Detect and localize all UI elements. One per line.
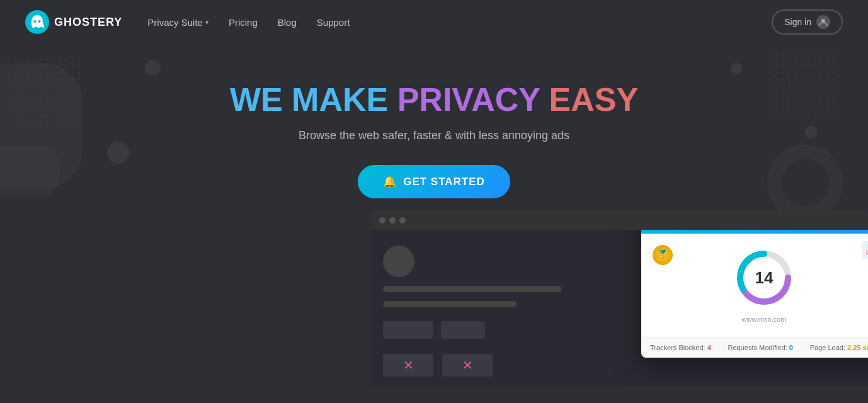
nav-support[interactable]: Support <box>317 17 350 28</box>
chart-icon: 📈 <box>862 241 868 259</box>
logo-text: GHOSTERY <box>54 16 122 29</box>
chevron-down-icon: ▾ <box>205 19 208 26</box>
deco-circle-2 <box>107 142 129 164</box>
popup-url: www.msn.com <box>654 315 868 323</box>
sign-in-button[interactable]: Sign in <box>772 9 843 35</box>
title-easy: EASY <box>549 81 638 118</box>
svg-point-2 <box>38 20 41 23</box>
requests-modified-stat: Requests Modified: 0 <box>728 344 793 351</box>
nav-links: Privacy Suite ▾ Pricing Blog Support <box>147 17 772 28</box>
ghostery-popup: GHOSTERY Simple View Detailed View ⋮ 🏅 📈 <box>641 230 868 358</box>
hero-subtitle: Browse the web safer, faster & with less… <box>0 129 868 142</box>
browser-mockup: ✕ ✕ <box>370 211 868 386</box>
nav-pricing[interactable]: Pricing <box>229 17 258 28</box>
browser-dot-1 <box>379 217 385 224</box>
browser-dot-2 <box>389 217 396 224</box>
get-started-button[interactable]: 🔔 GET STARTED <box>358 165 510 198</box>
popup-stats: Trackers Blocked: 4 Requests Modified: 0… <box>641 337 868 358</box>
title-we-make: WE MAKE <box>230 81 397 118</box>
browser-window: ✕ ✕ <box>370 211 868 386</box>
deco-circle-3 <box>731 63 742 74</box>
browser-titlebar <box>370 211 868 230</box>
mock-x-box-2: ✕ <box>442 354 493 377</box>
nav-privacy-suite[interactable]: Privacy Suite ▾ <box>147 17 208 28</box>
donut-chart: 14 <box>733 246 796 309</box>
deco-circle-1 <box>145 60 161 76</box>
popup-body: 🏅 📈 14 <box>641 234 868 337</box>
close-icon-1: ✕ <box>403 358 414 373</box>
trackers-blocked-stat: Trackers Blocked: 4 <box>650 344 711 351</box>
logo[interactable]: GHOSTERY <box>25 10 122 34</box>
close-icon-2: ✕ <box>462 358 473 373</box>
svg-point-1 <box>34 20 37 23</box>
ghostery-logo-icon <box>25 10 49 34</box>
bell-icon: 🔔 <box>383 175 397 188</box>
mock-avatar <box>383 246 414 277</box>
mock-btn-row <box>383 321 607 339</box>
browser-content: ✕ ✕ <box>370 230 868 386</box>
browser-left-panel: ✕ ✕ <box>370 230 619 386</box>
mock-btn-2 <box>441 321 485 339</box>
svg-point-3 <box>821 19 825 23</box>
user-icon <box>816 15 830 29</box>
nav-blog[interactable]: Blog <box>278 17 297 28</box>
page-load-stat: Page Load: 2.25 secs <box>810 344 868 351</box>
navbar: GHOSTERY Privacy Suite ▾ Pricing Blog Su… <box>0 0 868 44</box>
tracker-count: 14 <box>755 268 774 288</box>
mock-btn-1 <box>383 321 433 339</box>
title-privacy: PRIVACY <box>397 81 549 118</box>
browser-dot-3 <box>399 217 406 224</box>
mock-x-box-1: ✕ <box>383 354 433 377</box>
deco-blob-left-lower <box>0 145 60 195</box>
mock-line-2 <box>383 301 517 307</box>
deco-ring-right <box>767 145 843 220</box>
hero-title: WE MAKE PRIVACY EASY <box>0 82 868 118</box>
mock-line-1 <box>383 286 562 292</box>
hero-section: WE MAKE PRIVACY EASY Browse the web safe… <box>0 44 868 403</box>
medal-icon: 🏅 <box>653 245 673 265</box>
mock-x-row: ✕ ✕ <box>383 354 607 377</box>
